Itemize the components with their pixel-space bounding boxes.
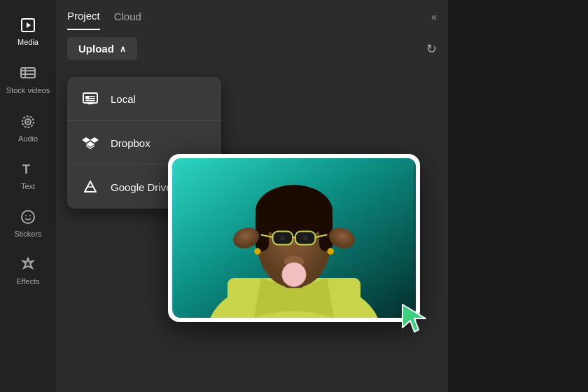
- upload-button[interactable]: Upload ∧: [67, 37, 137, 60]
- svg-rect-17: [85, 100, 95, 102]
- sidebar-item-media-label: Media: [18, 38, 38, 46]
- dropbox-icon: [81, 134, 99, 152]
- tab-cloud[interactable]: Cloud: [114, 10, 141, 29]
- svg-point-33: [302, 235, 308, 241]
- sidebar-item-media[interactable]: Media: [0, 7, 56, 55]
- toolbar-row: Upload ∧ ↻: [56, 30, 448, 67]
- sidebar-item-stickers[interactable]: Stickers: [0, 199, 56, 246]
- svg-point-36: [282, 262, 306, 286]
- refresh-button[interactable]: ↻: [426, 41, 437, 57]
- svg-point-8: [27, 121, 29, 123]
- upload-label: Upload: [78, 43, 114, 55]
- svg-marker-1: [27, 22, 31, 28]
- audio-icon: [18, 112, 38, 132]
- svg-rect-16: [85, 98, 95, 99]
- sidebar: Media Stock videos Audio T: [0, 0, 56, 392]
- svg-point-11: [25, 215, 27, 216]
- svg-rect-2: [21, 68, 35, 78]
- sidebar-item-effects-label: Effects: [16, 277, 39, 286]
- sidebar-item-effects[interactable]: Effects: [0, 246, 56, 294]
- dropdown-item-local[interactable]: Local: [67, 77, 221, 120]
- svg-rect-18: [88, 103, 93, 104]
- text-icon: T: [18, 160, 38, 179]
- svg-point-12: [29, 215, 31, 216]
- main-panel: Project Cloud « Upload ∧ ↻ Local: [56, 0, 448, 392]
- google-drive-icon: [81, 178, 99, 196]
- tabs-collapse-button[interactable]: «: [431, 11, 437, 29]
- sidebar-item-text-label: Text: [21, 182, 35, 190]
- dropdown-item-dropbox-label: Dropbox: [111, 137, 150, 149]
- tabs-bar: Project Cloud «: [56, 0, 448, 30]
- right-panel: [448, 0, 588, 392]
- sidebar-item-text[interactable]: T Text: [0, 151, 56, 199]
- stickers-icon: [18, 207, 38, 227]
- svg-point-10: [22, 211, 34, 223]
- media-icon: [18, 15, 38, 35]
- svg-point-32: [280, 235, 286, 241]
- svg-rect-15: [85, 96, 95, 97]
- dropdown-item-local-label: Local: [111, 93, 136, 105]
- svg-marker-41: [402, 304, 426, 332]
- sidebar-item-audio-label: Audio: [18, 134, 38, 143]
- svg-text:T: T: [22, 162, 30, 176]
- svg-point-39: [254, 248, 261, 255]
- stock-videos-icon: [18, 63, 38, 83]
- effects-icon: [18, 255, 38, 274]
- sidebar-item-stock-videos-label: Stock videos: [6, 85, 50, 95]
- preview-image: [172, 158, 416, 318]
- svg-point-40: [328, 248, 335, 255]
- sidebar-item-stickers-label: Stickers: [14, 230, 41, 238]
- local-icon: [81, 90, 99, 108]
- dropdown-item-google-drive-label: Google Drive: [111, 181, 172, 193]
- cursor-arrow-icon: [399, 301, 434, 336]
- svg-point-34: [290, 245, 298, 254]
- upload-chevron-icon: ∧: [120, 44, 126, 54]
- sidebar-item-audio[interactable]: Audio: [0, 104, 56, 151]
- preview-card: [168, 154, 420, 322]
- tab-project[interactable]: Project: [67, 10, 100, 30]
- sidebar-item-stock-videos[interactable]: Stock videos: [0, 55, 56, 104]
